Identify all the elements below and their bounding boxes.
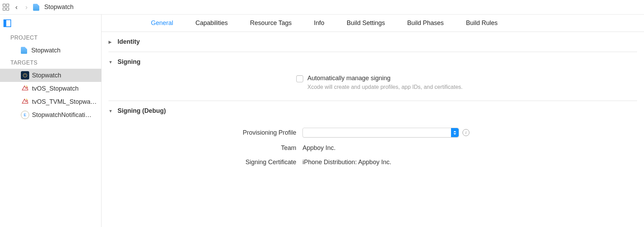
sidebar-item-target-tvos[interactable]: tvOS_Stopwatch xyxy=(0,82,101,95)
grid-icon[interactable] xyxy=(3,4,10,11)
sidebar-item-target-stopwatch[interactable]: Stopwatch xyxy=(0,69,101,82)
panel-icon xyxy=(3,19,11,27)
tab-build-settings[interactable]: Build Settings xyxy=(336,19,396,27)
tab-build-phases[interactable]: Build Phases xyxy=(396,19,455,27)
section-identity-header[interactable]: ▶ Identity xyxy=(108,32,637,52)
sidebar-item-target-tvml[interactable]: tvOS_TVML_Stopwa… xyxy=(0,95,101,108)
editor-pane: ▶ Identity ▼ Signing Automatically manag… xyxy=(102,32,644,227)
extension-icon: E xyxy=(21,111,29,119)
tv-app-icon xyxy=(21,84,29,93)
section-title: Identity xyxy=(118,38,140,45)
provisioning-profile-label: Provisioning Profile xyxy=(108,129,296,136)
sidebar-item-label: StopwatchNotificati… xyxy=(32,111,91,119)
info-icon[interactable] xyxy=(462,129,469,136)
auto-manage-row: Automatically manage signing Xcode will … xyxy=(296,75,637,90)
tv-app-icon xyxy=(21,98,29,106)
section-signing-debug-body: Provisioning Profile Team Appboy Inc. Si… xyxy=(108,121,637,169)
team-value: Appboy Inc. xyxy=(303,144,637,152)
nav-back-icon[interactable]: ‹ xyxy=(13,3,20,11)
app-icon xyxy=(21,71,29,79)
svg-point-2 xyxy=(26,86,27,87)
breadcrumb-bar: ‹ › Stopwatch xyxy=(0,0,644,15)
auto-manage-label: Automatically manage signing xyxy=(307,75,462,82)
targets-section-header: TARGETS xyxy=(0,57,101,69)
sidebar-item-label: tvOS_Stopwatch xyxy=(32,85,79,92)
project-file-icon xyxy=(33,4,39,11)
section-title: Signing xyxy=(118,58,140,66)
tabs: General Capabilities Resource Tags Info … xyxy=(102,15,644,32)
disclosure-down-icon: ▼ xyxy=(108,60,113,65)
section-signing-header[interactable]: ▼ Signing xyxy=(108,52,637,72)
dropdown-stepper-icon xyxy=(451,128,459,137)
svg-point-3 xyxy=(26,99,27,100)
auto-manage-description: Xcode will create and update profiles, a… xyxy=(307,84,462,90)
sidebar-toggle-panel[interactable] xyxy=(0,15,101,32)
auto-manage-checkbox[interactable] xyxy=(296,75,303,82)
project-section-header: PROJECT xyxy=(0,32,101,44)
tab-general[interactable]: General xyxy=(140,19,184,27)
team-row: Team Appboy Inc. xyxy=(108,141,637,155)
team-label: Team xyxy=(108,144,296,152)
sidebar-item-project[interactable]: Stopwatch xyxy=(0,44,101,57)
disclosure-right-icon: ▶ xyxy=(108,40,113,44)
section-signing-debug-header[interactable]: ▼ Signing (Debug) xyxy=(108,101,637,121)
breadcrumb-title[interactable]: Stopwatch xyxy=(44,3,73,11)
sidebar-item-label: Stopwatch xyxy=(31,47,61,54)
section-title: Signing (Debug) xyxy=(118,107,166,115)
sidebar: PROJECT Stopwatch TARGETS Stopwatch tvOS… xyxy=(0,15,102,227)
signing-certificate-value: iPhone Distribution: Appboy Inc. xyxy=(303,159,637,166)
disclosure-down-icon: ▼ xyxy=(108,109,113,114)
tab-info[interactable]: Info xyxy=(303,19,336,27)
content: General Capabilities Resource Tags Info … xyxy=(102,15,644,227)
sidebar-item-label: Stopwatch xyxy=(32,72,61,79)
main-area: PROJECT Stopwatch TARGETS Stopwatch tvOS… xyxy=(0,15,644,227)
project-file-icon xyxy=(21,47,27,54)
signing-certificate-row: Signing Certificate iPhone Distribution:… xyxy=(108,155,637,169)
sidebar-item-target-notification[interactable]: E StopwatchNotificati… xyxy=(0,108,101,121)
tab-build-rules[interactable]: Build Rules xyxy=(455,19,509,27)
provisioning-profile-row: Provisioning Profile xyxy=(108,124,637,141)
tab-capabilities[interactable]: Capabilities xyxy=(184,19,239,27)
tab-resource-tags[interactable]: Resource Tags xyxy=(239,19,303,27)
sidebar-item-label: tvOS_TVML_Stopwa… xyxy=(32,98,97,106)
signing-certificate-label: Signing Certificate xyxy=(108,159,296,166)
nav-forward-icon: › xyxy=(23,3,30,11)
provisioning-profile-dropdown[interactable] xyxy=(303,128,459,137)
section-signing-body: Automatically manage signing Xcode will … xyxy=(108,72,637,101)
